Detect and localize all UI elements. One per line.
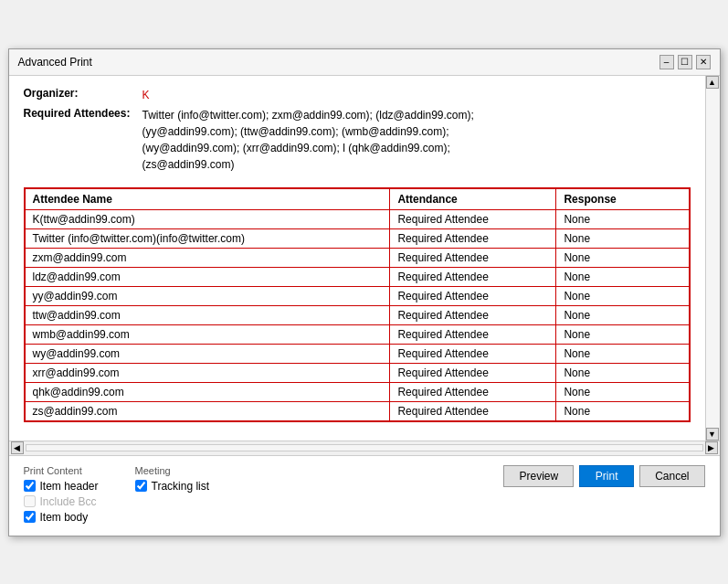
attendees-line-3: (wy@addin99.com); (xrr@addin99.com); l (… — [142, 140, 691, 156]
include-bcc-checkbox[interactable] — [24, 495, 36, 507]
table-cell-10-1: Required Attendee — [390, 401, 556, 421]
table-cell-10-2: None — [556, 401, 690, 421]
col-header-name: Attendee Name — [25, 188, 390, 210]
table-cell-4-0: yy@addin99.com — [25, 286, 390, 305]
table-row: zxm@addin99.comRequired AttendeeNone — [25, 248, 690, 267]
scroll-left-arrow[interactable]: ◀ — [11, 441, 24, 454]
preview-button[interactable]: Preview — [503, 465, 574, 487]
table-header-row: Attendee Name Attendance Response — [25, 188, 690, 210]
table-row: ttw@addin99.comRequired AttendeeNone — [25, 305, 690, 324]
table-cell-7-1: Required Attendee — [390, 344, 556, 363]
window-title: Advanced Print — [18, 56, 92, 69]
col-header-response: Response — [556, 188, 690, 210]
vertical-scrollbar[interactable]: ▲ ▼ — [705, 76, 720, 441]
maximize-button[interactable]: ☐ — [678, 55, 692, 69]
advanced-print-window: Advanced Print – ☐ ✕ Organizer: K Requir… — [8, 48, 721, 536]
table-cell-2-1: Required Attendee — [390, 248, 556, 267]
organizer-row: Organizer: K — [24, 87, 691, 103]
table-cell-1-1: Required Attendee — [390, 228, 556, 248]
table-row: K(ttw@addin99.com)Required AttendeeNone — [25, 209, 690, 228]
table-cell-8-2: None — [556, 363, 690, 382]
tracking-list-row: Tracking list — [135, 480, 210, 493]
item-body-row: Item body — [24, 511, 99, 524]
table-row: wy@addin99.comRequired AttendeeNone — [25, 344, 690, 363]
table-cell-0-1: Required Attendee — [390, 209, 556, 228]
attendees-line-4: (zs@addin99.com) — [142, 156, 691, 173]
table-cell-2-2: None — [556, 248, 690, 267]
cancel-button[interactable]: Cancel — [639, 465, 704, 487]
table-cell-2-0: zxm@addin99.com — [25, 248, 390, 267]
item-body-checkbox[interactable] — [24, 511, 36, 523]
table-cell-0-0: K(ttw@addin99.com) — [25, 209, 390, 228]
title-bar: Advanced Print – ☐ ✕ — [9, 49, 720, 76]
table-cell-7-0: wy@addin99.com — [25, 344, 390, 363]
content-area: Organizer: K Required Attendees: Twitter… — [9, 76, 720, 441]
organizer-label: Organizer: — [24, 87, 142, 100]
table-row: yy@addin99.comRequired AttendeeNone — [25, 286, 690, 305]
table-cell-7-2: None — [556, 344, 690, 363]
organizer-value: K — [142, 87, 691, 103]
table-cell-5-1: Required Attendee — [390, 305, 556, 324]
table-cell-1-2: None — [556, 228, 690, 248]
table-cell-3-0: ldz@addin99.com — [25, 267, 390, 286]
info-section: Organizer: K Required Attendees: Twitter… — [24, 87, 691, 173]
table-cell-6-0: wmb@addin99.com — [25, 324, 390, 344]
table-cell-10-0: zs@addin99.com — [25, 401, 390, 421]
scroll-track — [26, 444, 703, 451]
table-row: qhk@addin99.comRequired AttendeeNone — [25, 382, 690, 401]
table-cell-9-1: Required Attendee — [390, 382, 556, 401]
print-content-title: Print Content — [24, 465, 99, 476]
table-cell-3-1: Required Attendee — [390, 267, 556, 286]
table-cell-9-2: None — [556, 382, 690, 401]
main-content: Organizer: K Required Attendees: Twitter… — [9, 76, 705, 441]
bottom-left: Print Content Item header Include Bcc It… — [24, 465, 210, 526]
table-cell-4-1: Required Attendee — [390, 286, 556, 305]
table-cell-6-2: None — [556, 324, 690, 344]
close-button[interactable]: ✕ — [696, 55, 711, 69]
item-body-label[interactable]: Item body — [40, 511, 89, 524]
col-header-attendance: Attendance — [390, 188, 556, 210]
meeting-title: Meeting — [135, 465, 210, 476]
table-cell-8-0: xrr@addin99.com — [25, 363, 390, 382]
scroll-up-arrow[interactable]: ▲ — [706, 76, 719, 89]
tracking-list-checkbox[interactable] — [135, 480, 147, 492]
meeting-group: Meeting Tracking list — [135, 465, 210, 526]
table-row: zs@addin99.comRequired AttendeeNone — [25, 401, 690, 421]
print-content-group: Print Content Item header Include Bcc It… — [24, 465, 99, 526]
table-cell-5-2: None — [556, 305, 690, 324]
bottom-bar: Print Content Item header Include Bcc It… — [9, 455, 720, 536]
table-cell-9-0: qhk@addin99.com — [25, 382, 390, 401]
table-row: wmb@addin99.comRequired AttendeeNone — [25, 324, 690, 344]
attendees-value: Twitter (info@twitter.com); zxm@addin99.… — [142, 107, 691, 173]
table-cell-1-0: Twitter (info@twitter.com)(info@twitter.… — [25, 228, 390, 248]
table-cell-8-1: Required Attendee — [390, 363, 556, 382]
item-header-checkbox[interactable] — [24, 480, 36, 492]
include-bcc-label: Include Bcc — [40, 495, 97, 508]
table-cell-4-2: None — [556, 286, 690, 305]
table-row: Twitter (info@twitter.com)(info@twitter.… — [25, 228, 690, 248]
attendees-row: Required Attendees: Twitter (info@twitte… — [24, 107, 691, 173]
table-cell-5-0: ttw@addin99.com — [25, 305, 390, 324]
item-header-row: Item header — [24, 480, 99, 493]
item-header-label[interactable]: Item header — [40, 480, 99, 493]
attendees-line-2: (yy@addin99.com); (ttw@addin99.com); (wm… — [142, 123, 691, 140]
attendees-label: Required Attendees: — [24, 107, 142, 120]
attendee-table: Attendee Name Attendance Response K(ttw@… — [24, 187, 691, 422]
minimize-button[interactable]: – — [659, 55, 674, 69]
horizontal-scrollbar[interactable]: ◀ ▶ — [9, 441, 720, 455]
print-button[interactable]: Print — [579, 465, 634, 487]
bottom-right-buttons: Preview Print Cancel — [503, 465, 704, 487]
include-bcc-row: Include Bcc — [24, 495, 99, 508]
tracking-list-label[interactable]: Tracking list — [152, 480, 210, 493]
title-bar-buttons: – ☐ ✕ — [659, 55, 711, 69]
attendees-line-1: Twitter (info@twitter.com); zxm@addin99.… — [142, 107, 691, 123]
table-row: xrr@addin99.comRequired AttendeeNone — [25, 363, 690, 382]
table-cell-0-2: None — [556, 209, 690, 228]
table-cell-6-1: Required Attendee — [390, 324, 556, 344]
scroll-right-arrow[interactable]: ▶ — [705, 441, 718, 454]
table-row: ldz@addin99.comRequired AttendeeNone — [25, 267, 690, 286]
scroll-down-arrow[interactable]: ▼ — [706, 428, 719, 441]
table-cell-3-2: None — [556, 267, 690, 286]
